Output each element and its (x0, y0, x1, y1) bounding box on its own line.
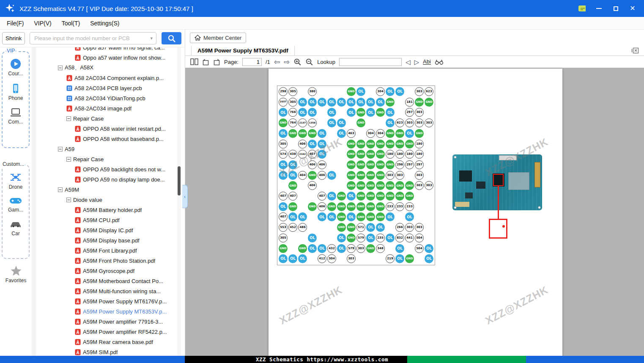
diode-cell: OL (386, 234, 395, 242)
sidebar-item-cour[interactable]: Cour... (3, 58, 29, 77)
tree-file-item[interactable]: A58 2AC034 PCB layer.pcb (32, 83, 182, 93)
tree-file-item[interactable]: A59M Power amplifier RF5422.p... (32, 327, 182, 337)
tree-file-item[interactable]: OPPO A59 no display lamp doe... (32, 174, 182, 184)
diode-cell: 298 (279, 87, 288, 96)
minimize-button[interactable] (595, 5, 603, 12)
shrink-button[interactable]: Shrink (2, 32, 25, 44)
tree-file-item[interactable]: A58-2AC034 image.pdf (32, 103, 182, 113)
tree-file-item[interactable]: OPPO A58 water inlet restart.pd... (32, 124, 182, 134)
lookup-input[interactable] (339, 58, 402, 66)
tree-file-item[interactable]: A59M SIM.pdf (32, 347, 182, 356)
tree-node[interactable]: Diode value (32, 195, 182, 205)
tree-node[interactable]: A59 (32, 144, 182, 154)
tree-node[interactable]: A59M (32, 184, 182, 195)
tree-file-item[interactable]: Oppo a57 water inflow not show... (32, 52, 182, 63)
menu-file[interactable]: File(F) (2, 18, 29, 28)
search-button[interactable] (162, 32, 181, 44)
sidebar-item-gam[interactable]: Gam... (3, 196, 29, 213)
chevron-down-icon[interactable]: ▾ (147, 36, 156, 41)
tree-file-item[interactable]: A59M Front Photo Station.pdf (32, 256, 182, 266)
diode-cell: 553 (279, 223, 288, 232)
tree-file-item[interactable]: A59M Battery holder.pdf (32, 205, 182, 215)
sidebar-item-car[interactable]: Car (3, 219, 29, 236)
diode-cell: OL (279, 254, 288, 263)
tree-file-item[interactable]: A59M Display IC.pdf (32, 225, 182, 235)
model-search-combo[interactable]: ▾ (30, 32, 156, 44)
tree-scrollbar-thumb[interactable] (178, 166, 181, 195)
maximize-button[interactable] (612, 5, 619, 12)
drone-icon (10, 172, 22, 183)
star-icon (10, 265, 22, 276)
menu-vip[interactable]: VIP(V) (29, 18, 56, 28)
sidebar-item-phone[interactable]: Phone (3, 83, 29, 101)
tree-file-item[interactable]: Oppo a57 water in no signal, ca... (32, 47, 182, 52)
vip-card-icon[interactable] (578, 5, 586, 12)
tree-file-item[interactable]: A58 2AC034 YiDianTong.pcb (32, 93, 182, 103)
collapse-icon[interactable] (58, 147, 63, 151)
collapse-icon[interactable] (66, 116, 71, 121)
diode-cell: GND (366, 150, 375, 159)
diode-cell: OL (327, 212, 336, 221)
tree-file-item[interactable]: A59M Power Supply MT6353V.p... (32, 306, 182, 316)
diode-cell: OL (279, 108, 288, 117)
diode-cell: OL (366, 234, 375, 242)
tree-node[interactable]: A58、A58X (32, 63, 182, 73)
next-view-icon[interactable]: ⇨ (284, 58, 290, 66)
tree-node[interactable]: Repair Case (32, 154, 182, 164)
match-case-toggle[interactable]: Abi (423, 59, 431, 65)
menu-tool[interactable]: Tool(T) (57, 18, 85, 28)
tree-file-item[interactable]: A59M Multi-function wiring sta... (32, 286, 182, 296)
tree-file-item[interactable]: A59M Gyroscope.pdf (32, 266, 182, 276)
tree-file-item[interactable]: A59M CPU.pdf (32, 215, 182, 225)
tree-scrollbar[interactable] (177, 47, 181, 356)
sidebar-item-com[interactable]: Com... (3, 107, 29, 125)
collapse-icon[interactable] (66, 157, 71, 162)
diode-cell: OL (356, 98, 365, 107)
diode-cell: GND (366, 181, 375, 190)
diode-cell: GND (356, 212, 365, 221)
diode-cell: OL (386, 118, 395, 127)
custom-group-label: Custom... (2, 161, 25, 167)
member-center-button[interactable]: Member Center (190, 33, 246, 43)
rotate-right-icon[interactable] (213, 58, 220, 66)
zoom-in-icon[interactable] (293, 58, 301, 66)
close-button[interactable]: ✕ (629, 5, 636, 12)
favorites-label: Favorites (5, 278, 26, 283)
diode-cell: GND (337, 212, 346, 221)
tree-file-item[interactable]: A59M Font Library.pdf (32, 245, 182, 256)
panel-collapse-handle[interactable]: ‹ (182, 185, 188, 208)
tree-node[interactable]: Repair Case (32, 113, 182, 124)
tree-file-item[interactable]: OPPO A59 backlight does not w... (32, 164, 182, 174)
sidebar-item-favorites[interactable]: Favorites (0, 265, 32, 283)
diode-cell: GND (308, 202, 317, 211)
binoculars-icon[interactable] (435, 59, 444, 65)
tree-item-label: A58 2AC034 Component explain.p... (74, 75, 164, 81)
category-sidebar: ·VIP· Cour...PhoneCom... Custom... Drone… (0, 47, 32, 356)
find-next-icon[interactable]: ▷ (414, 59, 419, 65)
diode-cell: 180 (405, 150, 414, 159)
menu-settings[interactable]: Settings(S) (85, 18, 124, 28)
collapse-icon[interactable] (66, 198, 71, 202)
close-document-icon[interactable] (631, 47, 639, 54)
two-page-view-icon[interactable] (190, 58, 198, 65)
page-number-input[interactable] (242, 58, 262, 66)
document-tab-active[interactable]: A59M Power Supply MT6353V.pdf (191, 46, 295, 55)
sidebar-item-drone[interactable]: Drone (3, 172, 29, 190)
zoom-out-icon[interactable] (305, 58, 313, 66)
tree-file-item[interactable]: A59M Power amplifier 77916-3... (32, 316, 182, 327)
tree-file-item[interactable]: A59M Display base.pdf (32, 235, 182, 245)
prev-view-icon[interactable]: ⇦ (274, 58, 280, 66)
model-search-input[interactable] (30, 35, 147, 41)
diode-cell: OL (318, 212, 326, 221)
tree-file-item[interactable]: OPPO A58 without baseband.p... (32, 134, 182, 144)
tree-file-item[interactable]: A58 2AC034 Component explain.p... (32, 73, 182, 83)
find-previous-icon[interactable]: ◁ (406, 59, 411, 65)
diode-cell: 305 (279, 140, 288, 148)
tree-file-item[interactable]: A59M Rear camera base.pdf (32, 337, 182, 347)
tree-file-item[interactable]: A59M Power Supply MT6176V.p... (32, 296, 182, 306)
pcb-chip (476, 182, 485, 189)
collapse-icon[interactable] (58, 187, 63, 192)
tree-file-item[interactable]: A59M Motherboard Contact Po... (32, 276, 182, 286)
collapse-icon[interactable] (58, 66, 63, 70)
rotate-left-icon[interactable] (202, 58, 209, 66)
